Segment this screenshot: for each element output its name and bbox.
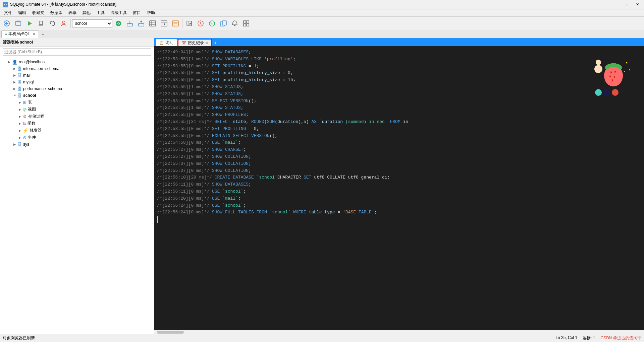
toolbar-table[interactable] <box>147 18 158 29</box>
tree-label-events: 事件 <box>28 135 36 140</box>
close-button[interactable]: ✕ <box>633 2 641 8</box>
menu-other[interactable]: 其他 <box>80 9 93 17</box>
conn-tab-local[interactable]: ● 本机MySQL ✕ <box>1 30 39 38</box>
menu-edit[interactable]: 编辑 <box>15 9 29 17</box>
expander-procs[interactable]: ▶ <box>19 115 23 118</box>
tree-item-info-schema[interactable]: ▶ 🗄 information_schema <box>0 65 154 72</box>
app-icon: SY <box>3 2 8 7</box>
menu-favorites[interactable]: 收藏夹 <box>30 9 47 17</box>
code-line-6: /*[22:53:55][1 ms]*/ SHOW STATUS; <box>157 91 641 98</box>
tab-history[interactable]: 📅 历史记录 ✕ <box>178 39 212 46</box>
code-line-1: /*[22:53:55][1 ms]*/ SHOW VARIABLES LIKE… <box>157 56 641 63</box>
tree-item-events[interactable]: ▶ ⊙ 事件 <box>0 134 154 141</box>
tree-label-info: information_schema <box>23 66 59 71</box>
toolbar: school information_schema mall mysql per… <box>0 17 644 30</box>
toolbar-copy-db[interactable] <box>218 18 229 29</box>
status-connection: 连接: 1 <box>583 335 595 341</box>
expander-triggers[interactable]: ▶ <box>19 129 23 132</box>
toolbar-notification[interactable] <box>229 18 240 29</box>
menu-table[interactable]: 表单 <box>66 9 79 17</box>
tree-item-mall[interactable]: ▶ 🗄 mall <box>0 72 154 79</box>
menu-database[interactable]: 数据库 <box>48 9 65 17</box>
expander-views[interactable]: ▶ <box>19 108 23 111</box>
tab-query[interactable]: 📋 询问 <box>156 39 177 46</box>
toolbar-grid[interactable] <box>241 18 252 29</box>
tree-item-triggers[interactable]: ▶ ⚡ 触发器 <box>0 127 154 134</box>
tree-item-mysql[interactable]: ▶ 🗄 mysql <box>0 79 154 85</box>
tree-label-tables: 表 <box>28 99 32 105</box>
expander-root[interactable]: ▶ <box>8 60 12 64</box>
database-selector[interactable]: school information_schema mall mysql per… <box>72 19 112 27</box>
svg-rect-39 <box>247 21 249 23</box>
menu-tools[interactable]: 工具 <box>94 9 107 17</box>
code-line-9: /*[22:53:55][0 ms]*/ SHOW PROFILES; <box>157 112 641 119</box>
menu-file[interactable]: 文件 <box>1 9 15 17</box>
tree-item-perf[interactable]: ▶ 🗄 performance_schema <box>0 85 154 92</box>
tree-item-tables[interactable]: ▶ ⊞ 表 <box>0 99 154 106</box>
toolbar-export[interactable] <box>136 18 147 29</box>
db-icon-mall: 🗄 <box>17 73 22 78</box>
conn-tab-add[interactable]: + <box>40 31 46 38</box>
menu-window[interactable]: 窗口 <box>130 9 144 17</box>
expander-tables[interactable]: ▶ <box>19 101 23 104</box>
code-line-16: /*[22:55:37][0 ms]*/ SHOW COLLATION; <box>157 160 641 167</box>
tree-item-functions[interactable]: ▶ fx 函数 <box>0 120 154 127</box>
toolbar-new-conn[interactable] <box>1 18 12 29</box>
tab-history-close[interactable]: ✕ <box>205 41 208 45</box>
tree-item-school[interactable]: ▼ 🗄 school <box>0 92 154 99</box>
code-line-2: /*[22:53:55][0 ms]*/ SET PROFILING = 1; <box>157 63 641 70</box>
expander-perf[interactable]: ▶ <box>13 87 17 90</box>
maximize-button[interactable]: □ <box>624 2 632 8</box>
menu-bar: 文件 编辑 收藏夹 数据库 表单 其他 工具 高级工具 窗口 帮助 <box>0 9 644 17</box>
code-line-4: /*[22:53:55][0 ms]*/ SET profiling_histo… <box>157 77 641 84</box>
tree-item-views[interactable]: ▶ ◎ 视图 <box>0 106 154 113</box>
toolbar-refresh[interactable] <box>47 18 58 29</box>
svg-rect-41 <box>247 24 249 26</box>
toolbar-backup[interactable]: ▶ <box>184 18 195 29</box>
scrollbar-thumb[interactable] <box>157 331 184 334</box>
trigger-icon: ⚡ <box>23 128 28 133</box>
tree-label-procs: 存储过程 <box>28 114 44 119</box>
tab-add[interactable]: + <box>212 40 219 46</box>
toolbar-query2[interactable] <box>170 18 181 29</box>
event-icon: ⊙ <box>23 135 26 140</box>
horizontal-scrollbar[interactable] <box>154 330 644 334</box>
menu-advanced[interactable]: 高级工具 <box>108 9 129 17</box>
status-bar: 对象浏览器已刷新 Ln 25, Col 1 连接: 1 CSDN @进击的酒肉宁 <box>0 334 644 342</box>
toolbar-new-db[interactable] <box>13 18 23 29</box>
expander-school[interactable]: ▼ <box>13 94 17 97</box>
toolbar-schedule[interactable] <box>195 18 206 29</box>
expander-mysql[interactable]: ▶ <box>13 80 17 84</box>
expander-functions[interactable]: ▶ <box>19 122 23 125</box>
tree-label-root: root@localhost <box>19 60 46 64</box>
sidebar-filter <box>0 47 154 57</box>
menu-help[interactable]: 帮助 <box>144 9 158 17</box>
code-area[interactable]: ✦ ✦ ✦ /*[22:49:04][0 ms]*/ SHOW DATABASE… <box>154 46 644 330</box>
toolbar-stop[interactable] <box>36 18 46 29</box>
toolbar-schema[interactable] <box>159 18 169 29</box>
view-icon: ◎ <box>23 107 26 112</box>
svg-marker-17 <box>140 20 143 22</box>
expander-mall[interactable]: ▶ <box>13 74 17 77</box>
toolbar-import[interactable] <box>124 18 135 29</box>
tree-item-root[interactable]: ▶ 👤 root@localhost <box>0 59 154 65</box>
minimize-button[interactable]: ─ <box>614 2 623 8</box>
expander-sys[interactable]: ▶ <box>13 143 17 146</box>
status-right: Ln 25, Col 1 连接: 1 CSDN @进击的酒肉宁 <box>555 335 641 341</box>
tree-label-functions: 函数 <box>28 121 36 126</box>
toolbar-btn-green[interactable]: ♻ <box>113 18 124 29</box>
toolbar-history[interactable] <box>207 18 217 29</box>
tree-item-sys[interactable]: ▶ 🗄 sys <box>0 141 154 148</box>
tree-label-mysql: mysql <box>23 80 34 84</box>
svg-rect-38 <box>244 21 246 23</box>
db-icon-perf: 🗄 <box>17 86 22 91</box>
toolbar-execute[interactable] <box>24 18 35 29</box>
tree-item-procs[interactable]: ▶ ⚙ 存储过程 <box>0 113 154 120</box>
expander-events[interactable]: ▶ <box>19 136 23 139</box>
filter-input[interactable] <box>3 48 151 56</box>
main-area: 筛选表格 school ▶ 👤 root@localhost ▶ 🗄 infor… <box>0 38 644 334</box>
conn-tab-close[interactable]: ✕ <box>33 32 35 36</box>
svg-text:▶: ▶ <box>190 22 192 25</box>
expander-info[interactable]: ▶ <box>13 67 17 70</box>
toolbar-user[interactable] <box>58 18 69 29</box>
